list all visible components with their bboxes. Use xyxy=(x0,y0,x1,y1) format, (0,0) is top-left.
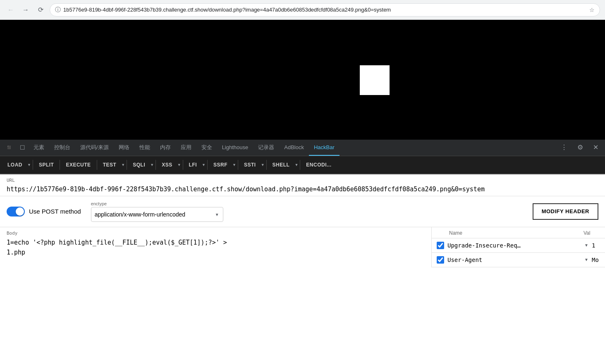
tab-hackbar[interactable]: HackBar xyxy=(309,140,340,156)
lfi-button[interactable]: LFI xyxy=(185,159,201,170)
bookmark-icon: ☆ xyxy=(589,7,595,13)
execute-button[interactable]: EXECUTE xyxy=(62,159,95,170)
page-content xyxy=(0,20,605,140)
col-val-text: Val xyxy=(583,230,590,236)
body-line1: 1=echo '<?php highlight_file(__FILE__);e… xyxy=(7,238,433,247)
header-checkbox-2[interactable] xyxy=(437,256,444,264)
modify-header-button[interactable]: MODIFY HEADER xyxy=(533,203,598,220)
body-label: Body xyxy=(7,231,433,236)
tab-neicun-label: 内存 xyxy=(160,144,171,151)
post-method-label: Use POST method xyxy=(29,208,81,215)
tab-konghzhi[interactable]: 控制台 xyxy=(49,140,75,156)
tab-lighthouse-label: Lighthouse xyxy=(222,144,249,150)
tab-konghzhi-label: 控制台 xyxy=(54,144,70,151)
toolbar-sep-8 xyxy=(238,160,238,170)
devtools-tab-inspect-icon[interactable]: ◾ xyxy=(2,140,17,156)
tab-anquan-label: 安全 xyxy=(201,144,212,151)
devtools-settings[interactable]: ⚙ xyxy=(572,140,588,156)
enctype-group: enctype application/x-www-form-urlencode… xyxy=(91,201,223,222)
toolbar-sep-7 xyxy=(207,160,208,170)
devtools-close[interactable]: ✕ xyxy=(588,140,603,156)
ssrf-dropdown-arrow[interactable]: ▼ xyxy=(232,163,236,167)
address-bar[interactable]: ⓘ 1b5776e9-819b-4dbf-996f-228f543b7b39.c… xyxy=(50,3,600,17)
content-area: Body 1=echo '<?php highlight_file(__FILE… xyxy=(0,227,605,364)
tab-hackbar-label: HackBar xyxy=(314,144,335,150)
devtools-overflow[interactable]: ⋮ xyxy=(556,140,572,156)
tab-lighthouse[interactable]: Lighthouse xyxy=(217,140,253,156)
white-square xyxy=(360,65,390,95)
ssti-dropdown-arrow[interactable]: ▼ xyxy=(261,163,265,167)
tab-yuandaima-label: 源代码/来源 xyxy=(80,144,109,151)
body-section: Body 1=echo '<?php highlight_file(__FILE… xyxy=(0,227,440,261)
post-toggle-container: Use POST method xyxy=(7,207,81,216)
tab-neicun[interactable]: 内存 xyxy=(155,140,176,156)
shell-button[interactable]: SHELL xyxy=(268,159,294,170)
load-button[interactable]: LOAD xyxy=(3,159,26,170)
toolbar-sep-9 xyxy=(266,160,267,170)
devtools-tabbar: ◾ ☐ 元素 控制台 源代码/来源 网络 性能 内存 应用 安全 Lightho… xyxy=(0,140,605,156)
headers-col-val-label: Val xyxy=(583,229,600,236)
toolbar-sep-5 xyxy=(155,160,156,170)
xss-button[interactable]: XSS xyxy=(158,159,177,170)
back-button[interactable]: ← xyxy=(5,4,17,16)
tab-xinneng-label: 性能 xyxy=(139,144,150,151)
enctype-select[interactable]: application/x-www-form-urlencoded multip… xyxy=(91,207,223,222)
toggle-knob xyxy=(16,207,24,216)
xss-dropdown-arrow[interactable]: ▼ xyxy=(177,163,181,167)
url-display: 1b5776e9-819b-4dbf-996f-228f543b7b39.cha… xyxy=(63,7,587,13)
reload-button[interactable]: ⟳ xyxy=(35,4,46,16)
hackbar-toolbar: LOAD ▼ SPLIT EXECUTE TEST ▼ SQLI ▼ XSS ▼… xyxy=(0,156,605,174)
url-value[interactable]: https://1b5776e9-819b-4dbf-996f-228f543b… xyxy=(7,185,598,194)
tab-xinneng[interactable]: 性能 xyxy=(134,140,155,156)
encoding-button[interactable]: ENCODI... xyxy=(302,159,335,170)
tab-wangluo-label: 网络 xyxy=(119,144,129,151)
tab-yuansu-label: 元素 xyxy=(33,144,44,151)
ssrf-button[interactable]: SSRF xyxy=(209,159,232,170)
forward-button[interactable]: → xyxy=(20,4,31,16)
security-icon: ⓘ xyxy=(55,6,61,14)
toolbar-sep-6 xyxy=(183,160,183,170)
url-label: URL xyxy=(7,178,598,183)
header-val-2: Mo xyxy=(592,257,600,263)
body-line2: 1.php xyxy=(7,247,433,257)
headers-col-name-label: Name xyxy=(449,229,580,236)
header-dropdown-1[interactable]: ▼ xyxy=(584,243,588,247)
headers-panel: Name Val Upgrade-Insecure-Req… ▼ 1 User-… xyxy=(431,227,605,267)
tab-anquan[interactable]: 安全 xyxy=(196,140,217,156)
toolbar-sep-4 xyxy=(127,160,127,170)
split-button[interactable]: SPLIT xyxy=(35,159,58,170)
test-dropdown-arrow[interactable]: ▼ xyxy=(121,163,125,167)
ssti-button[interactable]: SSTI xyxy=(240,159,260,170)
options-row: Use POST method enctype application/x-ww… xyxy=(0,196,605,227)
tab-wangluo[interactable]: 网络 xyxy=(114,140,134,156)
header-dropdown-2[interactable]: ▼ xyxy=(584,257,588,262)
hackbar-body: URL https://1b5776e9-819b-4dbf-996f-228f… xyxy=(0,174,605,364)
load-dropdown-arrow[interactable]: ▼ xyxy=(27,163,31,167)
col-name-text: Name xyxy=(449,230,462,236)
header-checkbox-1[interactable] xyxy=(437,242,444,249)
tab-yingyong[interactable]: 应用 xyxy=(176,140,196,156)
browser-chrome: ← → ⟳ ⓘ 1b5776e9-819b-4dbf-996f-228f543b… xyxy=(0,0,605,20)
toolbar-sep-1 xyxy=(33,160,33,170)
tab-yingyong-label: 应用 xyxy=(181,144,191,151)
body-value[interactable]: 1=echo '<?php highlight_file(__FILE__);e… xyxy=(7,238,433,257)
tab-jilulu[interactable]: 记录器 xyxy=(253,140,279,156)
tab-yuandaima[interactable]: 源代码/来源 xyxy=(75,140,114,156)
url-line2: image=4a47a0db6e60853dedfcfdf08a5ca249.p… xyxy=(294,186,485,193)
tab-adblock-label: AdBlock xyxy=(284,144,304,150)
sqli-button[interactable]: SQLI xyxy=(129,159,149,170)
shell-dropdown-arrow[interactable]: ▼ xyxy=(294,163,298,167)
enctype-label: enctype xyxy=(91,201,223,206)
url-section: URL https://1b5776e9-819b-4dbf-996f-228f… xyxy=(0,174,605,196)
header-name-1: Upgrade-Insecure-Req… xyxy=(447,242,581,249)
lfi-dropdown-arrow[interactable]: ▼ xyxy=(202,163,206,167)
test-button[interactable]: TEST xyxy=(99,159,121,170)
toolbar-sep-3 xyxy=(97,160,97,170)
post-method-toggle[interactable] xyxy=(7,207,25,216)
sqli-dropdown-arrow[interactable]: ▼ xyxy=(150,163,154,167)
tab-yuansu[interactable]: 元素 xyxy=(29,140,49,156)
header-row-1: Upgrade-Insecure-Req… ▼ 1 xyxy=(432,238,605,253)
tab-adblock[interactable]: AdBlock xyxy=(279,140,309,156)
devtools-tab-device-icon[interactable]: ☐ xyxy=(17,140,29,156)
header-val-1: 1 xyxy=(592,242,600,249)
